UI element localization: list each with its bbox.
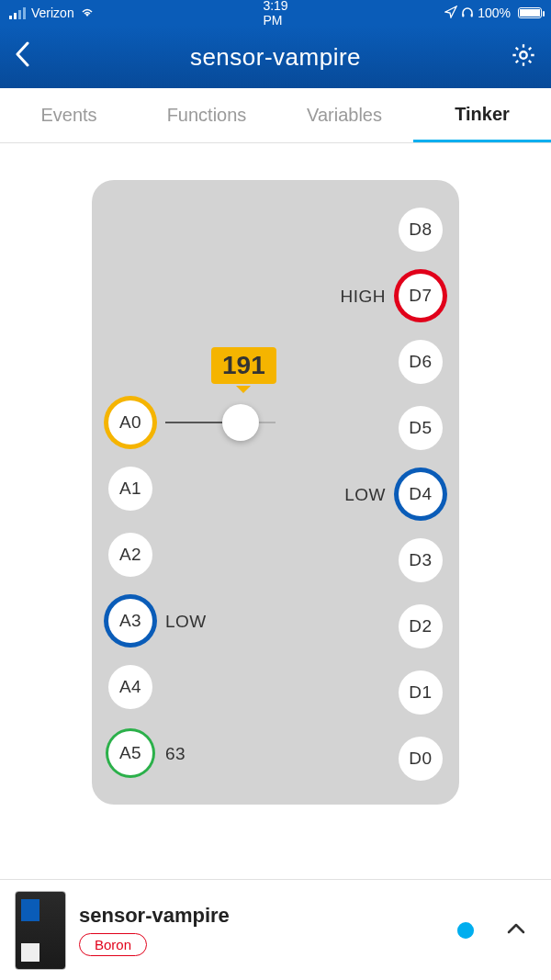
pin-a2[interactable]: A2: [108, 533, 152, 577]
headphones-icon: [461, 6, 474, 21]
pin-d5[interactable]: D5: [399, 406, 443, 450]
svg-point-2: [520, 51, 526, 58]
tinker-board-area: D8D7HIGHD6D5D4LOWD3D2D1D0A0A1A2A3LOWA4A5…: [0, 143, 551, 823]
online-status-dot: [457, 922, 474, 939]
tab-variables[interactable]: Variables: [276, 88, 413, 142]
pin-a4[interactable]: A4: [108, 665, 152, 709]
pin-a1[interactable]: A1: [108, 467, 152, 511]
battery-icon: [514, 7, 542, 18]
pin-a5-value: 63: [165, 744, 186, 764]
pin-a3[interactable]: A3: [108, 599, 152, 643]
pin-a5[interactable]: A5: [108, 731, 152, 775]
pin-d7-value: HIGH: [341, 287, 387, 307]
svg-rect-0: [462, 14, 464, 17]
pin-d0[interactable]: D0: [399, 737, 443, 781]
pin-d1[interactable]: D1: [399, 670, 443, 715]
pin-d4[interactable]: D4: [399, 472, 443, 516]
tab-events[interactable]: Events: [0, 88, 138, 142]
carrier-label: Verizon: [31, 6, 74, 20]
device-footer[interactable]: sensor-vampire Boron: [0, 879, 551, 980]
pin-d6[interactable]: D6: [399, 340, 443, 384]
back-button[interactable]: [15, 41, 42, 73]
a0-slider-thumb[interactable]: [222, 404, 259, 441]
tab-tinker[interactable]: Tinker: [413, 88, 551, 142]
pin-d3[interactable]: D3: [399, 538, 443, 582]
signal-icon: [9, 7, 26, 19]
location-icon: [444, 6, 457, 21]
pin-d7[interactable]: D7: [399, 274, 443, 318]
device-type-badge: Boron: [79, 933, 147, 956]
pin-a3-value: LOW: [165, 612, 207, 632]
a0-slider-track-remainder: [259, 422, 276, 423]
status-bar: Verizon 3:19 PM 100%: [0, 0, 551, 26]
page-title: sensor-vampire: [42, 43, 509, 72]
settings-button[interactable]: [509, 42, 536, 72]
wifi-icon: [80, 6, 95, 20]
pin-d2[interactable]: D2: [399, 604, 443, 648]
a0-slider-value: 191: [211, 347, 276, 384]
tab-functions[interactable]: Functions: [138, 88, 276, 142]
pin-d4-value: LOW: [344, 485, 386, 505]
header: sensor-vampire: [0, 26, 551, 88]
clock-label: 3:19 PM: [263, 0, 287, 28]
pin-d8[interactable]: D8: [399, 208, 443, 252]
tinker-board: D8D7HIGHD6D5D4LOWD3D2D1D0A0A1A2A3LOWA4A5…: [92, 180, 459, 805]
device-thumbnail: [15, 891, 66, 970]
battery-pct-label: 100%: [478, 6, 511, 20]
device-name-label: sensor-vampire: [79, 904, 444, 928]
expand-footer-button[interactable]: [505, 918, 527, 943]
svg-rect-1: [471, 14, 473, 17]
tab-bar: Events Functions Variables Tinker: [0, 88, 551, 143]
pin-a0[interactable]: A0: [108, 400, 152, 445]
